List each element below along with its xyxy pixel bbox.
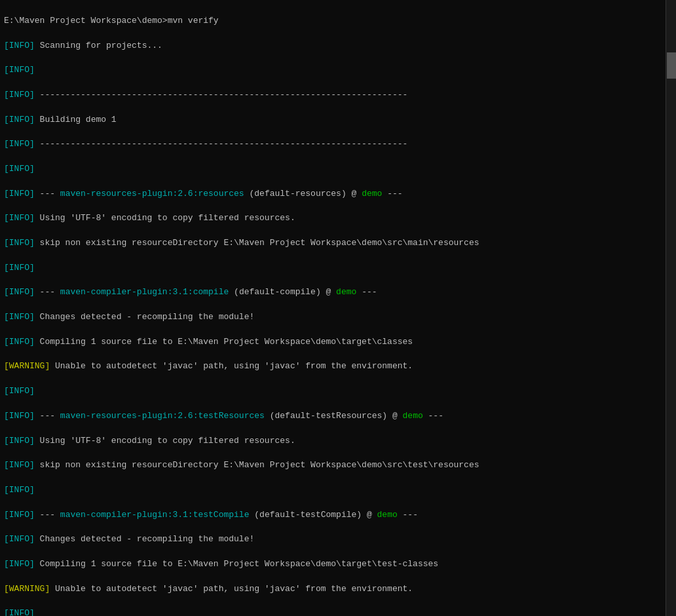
line-3: [INFO] ---------------------------------… bbox=[4, 89, 672, 102]
line-14: [INFO] bbox=[4, 385, 672, 398]
line-21: [INFO] Compiling 1 source file to E:\Mav… bbox=[4, 558, 672, 571]
line-warning-2: [WARNING] Unable to autodetect 'javac' p… bbox=[4, 583, 672, 596]
line-1: [INFO] Scanning for projects... bbox=[4, 40, 672, 52]
line-10: [INFO] bbox=[4, 262, 672, 275]
line-7: [INFO] --- maven-resources-plugin:2.6:re… bbox=[4, 188, 672, 201]
scrollbar-thumb[interactable] bbox=[667, 52, 676, 79]
line-6: [INFO] bbox=[4, 163, 672, 176]
line-warning-1: [WARNING] Unable to autodetect 'javac' p… bbox=[4, 360, 672, 373]
line-4: [INFO] Building demo 1 bbox=[4, 114, 672, 126]
line-11: [INFO] --- maven-compiler-plugin:3.1:com… bbox=[4, 286, 672, 299]
scrollbar[interactable] bbox=[666, 0, 676, 616]
line-13: [INFO] Compiling 1 source file to E:\Mav… bbox=[4, 336, 672, 349]
line-19: [INFO] --- maven-compiler-plugin:3.1:tes… bbox=[4, 509, 672, 522]
line-15: [INFO] --- maven-resources-plugin:2.6:te… bbox=[4, 410, 672, 423]
line-8: [INFO] Using 'UTF-8' encoding to copy fi… bbox=[4, 212, 672, 225]
line-5: [INFO] ---------------------------------… bbox=[4, 138, 672, 151]
line-18: [INFO] bbox=[4, 484, 672, 497]
line-17: [INFO] skip non existing resourceDirecto… bbox=[4, 459, 672, 472]
line-16: [INFO] Using 'UTF-8' encoding to copy fi… bbox=[4, 435, 672, 448]
line-20: [INFO] Changes detected - recompiling th… bbox=[4, 533, 672, 546]
line-22: [INFO] bbox=[4, 607, 672, 616]
line-prompt: E:\Maven Project Workspace\demo>mvn veri… bbox=[4, 15, 672, 28]
line-9: [INFO] skip non existing resourceDirecto… bbox=[4, 237, 672, 250]
line-2: [INFO] bbox=[4, 64, 672, 77]
terminal-window: E:\Maven Project Workspace\demo>mvn veri… bbox=[0, 0, 676, 616]
line-12: [INFO] Changes detected - recompiling th… bbox=[4, 311, 672, 324]
